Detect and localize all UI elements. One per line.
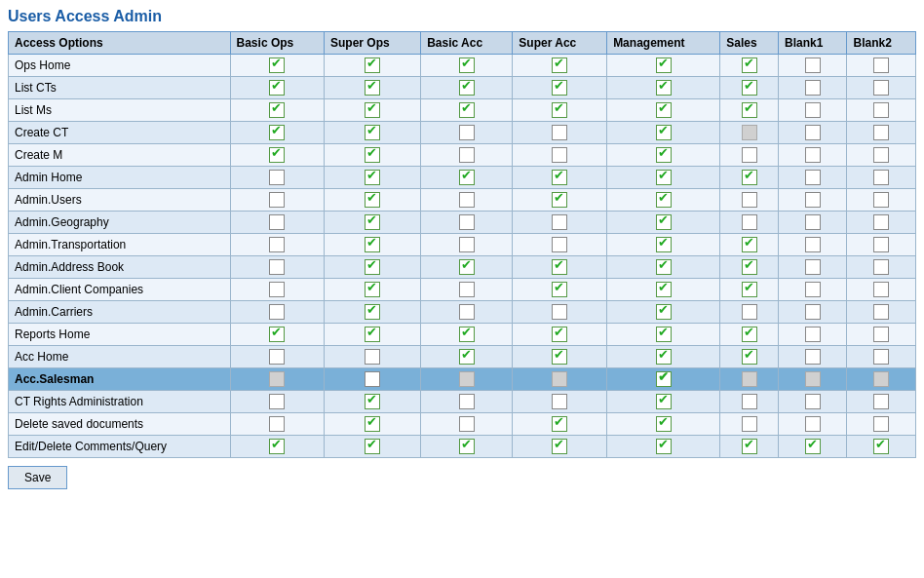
checkbox-cell[interactable] (720, 189, 779, 212)
checkbox-cell[interactable] (325, 234, 421, 256)
checkbox-cell[interactable] (513, 279, 607, 301)
checkbox-cell[interactable] (607, 368, 720, 391)
checkbox-cell[interactable] (513, 55, 607, 77)
checkbox-cell[interactable] (325, 324, 421, 346)
checkbox-cell[interactable] (779, 99, 847, 122)
checkbox-cell[interactable] (720, 256, 779, 279)
checkbox-cell[interactable] (421, 391, 513, 413)
checkbox-cell[interactable] (421, 436, 513, 458)
checkbox-cell[interactable] (847, 413, 916, 436)
checkbox-cell[interactable] (847, 55, 916, 77)
checkbox-cell[interactable] (607, 301, 720, 324)
checkbox-cell[interactable] (230, 234, 325, 256)
checkbox-cell[interactable] (847, 99, 916, 122)
checkbox-cell[interactable] (325, 301, 421, 324)
checkbox-cell[interactable] (779, 122, 847, 144)
checkbox-cell[interactable] (607, 122, 720, 144)
checkbox-cell[interactable] (607, 55, 720, 77)
checkbox-cell[interactable] (720, 77, 779, 99)
checkbox-cell[interactable] (230, 144, 325, 167)
checkbox-cell[interactable] (230, 368, 325, 391)
checkbox-cell[interactable] (421, 122, 513, 144)
checkbox-cell[interactable] (847, 122, 916, 144)
checkbox-cell[interactable] (779, 256, 847, 279)
checkbox-cell[interactable] (779, 346, 847, 368)
checkbox-cell[interactable] (779, 413, 847, 436)
checkbox-cell[interactable] (847, 167, 916, 189)
checkbox-cell[interactable] (607, 234, 720, 256)
checkbox-cell[interactable] (720, 413, 779, 436)
checkbox-cell[interactable] (230, 189, 325, 212)
checkbox-cell[interactable] (720, 368, 779, 391)
checkbox-cell[interactable] (230, 279, 325, 301)
save-button[interactable]: Save (8, 466, 67, 489)
checkbox-cell[interactable] (230, 122, 325, 144)
checkbox-cell[interactable] (513, 99, 607, 122)
checkbox-cell[interactable] (230, 391, 325, 413)
checkbox-cell[interactable] (607, 212, 720, 234)
checkbox-cell[interactable] (513, 256, 607, 279)
checkbox-cell[interactable] (779, 324, 847, 346)
checkbox-cell[interactable] (847, 189, 916, 212)
checkbox-cell[interactable] (513, 436, 607, 458)
checkbox-cell[interactable] (421, 99, 513, 122)
checkbox-cell[interactable] (779, 436, 847, 458)
checkbox-cell[interactable] (847, 144, 916, 167)
checkbox-cell[interactable] (421, 301, 513, 324)
checkbox-cell[interactable] (230, 436, 325, 458)
checkbox-cell[interactable] (607, 167, 720, 189)
checkbox-cell[interactable] (513, 77, 607, 99)
checkbox-cell[interactable] (847, 301, 916, 324)
checkbox-cell[interactable] (230, 413, 325, 436)
checkbox-cell[interactable] (607, 99, 720, 122)
checkbox-cell[interactable] (513, 368, 607, 391)
checkbox-cell[interactable] (325, 144, 421, 167)
checkbox-cell[interactable] (421, 279, 513, 301)
checkbox-cell[interactable] (421, 189, 513, 212)
checkbox-cell[interactable] (779, 212, 847, 234)
checkbox-cell[interactable] (421, 167, 513, 189)
checkbox-cell[interactable] (513, 167, 607, 189)
checkbox-cell[interactable] (847, 436, 916, 458)
checkbox-cell[interactable] (230, 256, 325, 279)
checkbox-cell[interactable] (325, 346, 421, 368)
checkbox-cell[interactable] (720, 99, 779, 122)
checkbox-cell[interactable] (513, 413, 607, 436)
checkbox-cell[interactable] (325, 279, 421, 301)
checkbox-cell[interactable] (513, 234, 607, 256)
checkbox-cell[interactable] (325, 189, 421, 212)
checkbox-cell[interactable] (720, 55, 779, 77)
checkbox-cell[interactable] (421, 324, 513, 346)
checkbox-cell[interactable] (513, 189, 607, 212)
checkbox-cell[interactable] (421, 77, 513, 99)
checkbox-cell[interactable] (720, 144, 779, 167)
checkbox-cell[interactable] (513, 144, 607, 167)
checkbox-cell[interactable] (607, 436, 720, 458)
checkbox-cell[interactable] (779, 167, 847, 189)
checkbox-cell[interactable] (230, 301, 325, 324)
checkbox-cell[interactable] (513, 324, 607, 346)
checkbox-cell[interactable] (779, 368, 847, 391)
checkbox-cell[interactable] (847, 391, 916, 413)
checkbox-cell[interactable] (779, 77, 847, 99)
checkbox-cell[interactable] (325, 391, 421, 413)
checkbox-cell[interactable] (847, 256, 916, 279)
checkbox-cell[interactable] (607, 144, 720, 167)
checkbox-cell[interactable] (779, 189, 847, 212)
checkbox-cell[interactable] (325, 413, 421, 436)
checkbox-cell[interactable] (847, 368, 916, 391)
checkbox-cell[interactable] (847, 234, 916, 256)
checkbox-cell[interactable] (779, 55, 847, 77)
checkbox-cell[interactable] (421, 413, 513, 436)
checkbox-cell[interactable] (325, 256, 421, 279)
checkbox-cell[interactable] (230, 346, 325, 368)
checkbox-cell[interactable] (325, 122, 421, 144)
checkbox-cell[interactable] (513, 212, 607, 234)
checkbox-cell[interactable] (513, 391, 607, 413)
checkbox-cell[interactable] (325, 99, 421, 122)
checkbox-cell[interactable] (607, 256, 720, 279)
checkbox-cell[interactable] (230, 77, 325, 99)
checkbox-cell[interactable] (513, 346, 607, 368)
checkbox-cell[interactable] (607, 413, 720, 436)
checkbox-cell[interactable] (720, 167, 779, 189)
